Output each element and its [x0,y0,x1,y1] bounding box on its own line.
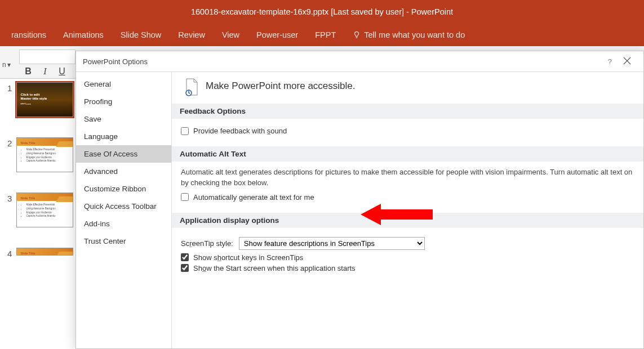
screentip-style-row: ScreenTip style: Show feature descriptio… [181,237,634,250]
nav-proofing[interactable]: Proofing [76,93,171,110]
tab-power-user[interactable]: Power-user [256,30,298,39]
thumb-bullet: Capture Audience Attentio [26,159,55,163]
close-button[interactable] [618,55,637,69]
slide-thumb-3[interactable]: 3 Slide Title Make Effective Presentati … [2,193,73,227]
thumb-bullet: Capture Audience Attentio [26,214,55,218]
accessibility-doc-icon [183,78,200,95]
nav-quick-access-toolbar[interactable]: Quick Access Toolbar [76,198,171,215]
tab-slideshow[interactable]: Slide Show [121,30,162,39]
nav-customize-ribbon[interactable]: Customize Ribbon [76,180,171,198]
chevron-down-icon: ▾ [7,61,11,69]
slide-number: 1 [2,82,12,117]
thumb-bullet: Engage your Audience [26,211,55,215]
dialog-titlebar: PowerPoint Options ? [76,51,643,71]
dialog-body: General Proofing Save Language Ease Of A… [76,71,643,348]
slide-number: 3 [2,193,12,227]
checkbox-input[interactable] [181,127,189,135]
checkbox-label: Provide feedback with sound [193,127,287,135]
nav-save[interactable]: Save [76,110,171,128]
thumbnail[interactable]: Slide Title [16,248,73,256]
section-alt-text-header: Automatic Alt Text [172,146,643,162]
thumb-title: Slide Title [20,196,35,200]
page-heading-text: Make PowerPoint more accessible. [206,80,356,92]
bold-button[interactable]: B [23,66,34,77]
checkbox-shortcut-keys[interactable]: Show shortcut keys in ScreenTips [181,253,634,262]
page-heading: Make PowerPoint more accessible. [172,75,643,104]
options-dialog: PowerPoint Options ? General Proofing Sa… [75,51,644,349]
checkbox-input[interactable] [181,193,189,201]
tab-fppt[interactable]: FPPT [315,30,336,39]
dialog-title: PowerPoint Options [83,57,148,66]
thumb-footer: FPPT.com [20,103,47,106]
tell-me-label: Tell me what you want to do [364,30,465,39]
section-feedback-body: Provide feedback with sound [172,119,643,146]
thumb-title: Slide Title [20,252,35,255]
underline-button[interactable]: U [56,66,68,77]
nav-trust-center[interactable]: Trust Center [76,232,171,250]
thumb-title-line: Click to edit [20,93,47,97]
thumbnail[interactable]: Slide Title Make Effective Presentati Us… [16,137,73,172]
checkbox-start-screen[interactable]: Show the Start screen when this applicat… [181,264,634,272]
checkbox-label: Automatically generate alt text for me [193,193,314,202]
checkbox-feedback-sound[interactable]: Provide feedback with sound [181,127,634,135]
nav-language[interactable]: Language [76,128,171,145]
thumbnail[interactable]: Slide Title Make Effective Presentati Us… [16,193,73,227]
slide-thumbnail-panel: 1 Click to edit Master title style FPPT.… [0,79,75,349]
screentip-style-select[interactable]: Show feature descriptions in ScreenTips [239,237,425,250]
thumb-bullet: Make Effective Presentati [26,203,55,207]
checkbox-label: Show shortcut keys in ScreenTips [193,253,303,262]
thumb-bullets: Make Effective Presentati Using Awesome … [23,148,55,163]
slide-thumb-4[interactable]: 4 Slide Title [2,248,73,258]
thumb-title-line: Master title style [20,97,47,101]
thumb-title: Slide Title [20,141,35,145]
section-alt-text-body: Automatic alt text generates description… [172,162,643,213]
thumb-bullet: Make Effective Presentati [26,148,55,152]
nav-ease-of-access[interactable]: Ease Of Access [76,145,171,163]
window-titlebar: 160018-excavator-template-16x9.pptx [Las… [0,0,644,24]
font-name-box[interactable] [19,50,75,64]
nav-general[interactable]: General [76,75,171,93]
checkbox-input[interactable] [181,253,189,261]
slide-thumb-2[interactable]: 2 Slide Title Make Effective Presentati … [2,137,73,172]
slide-number: 2 [2,137,12,172]
slide-thumb-1[interactable]: 1 Click to edit Master title style FPPT.… [2,82,73,117]
tab-review[interactable]: Review [178,30,205,39]
nav-add-ins[interactable]: Add-ins [76,215,171,232]
checkbox-auto-alt-text[interactable]: Automatically generate alt text for me [181,193,634,202]
tell-me-search[interactable]: Tell me what you want to do [353,30,465,39]
checkbox-label: Show the Start screen when this applicat… [193,264,356,272]
thumb-bullets: Make Effective Presentati Using Awesome … [23,203,55,218]
thumb-bullet: Using Awesome Backgrou [26,152,55,156]
tab-animations[interactable]: Animations [63,30,104,39]
checkbox-input[interactable] [181,264,189,272]
section-feedback-header: Feedback Options [172,104,643,119]
section-dropdown[interactable]: n ▾ [2,61,11,69]
section-app-display-header: Application display options [172,213,643,228]
tab-view[interactable]: View [222,30,239,39]
thumb-bullet: Using Awesome Backgrou [26,207,55,211]
section-app-display-body: ScreenTip style: Show feature descriptio… [172,228,643,284]
ribbon-tabs: ransitions Animations Slide Show Review … [0,24,644,46]
nav-advanced[interactable]: Advanced [76,163,171,180]
tab-transitions[interactable]: ransitions [11,30,46,39]
dialog-nav: General Proofing Save Language Ease Of A… [76,72,172,348]
close-icon [623,57,631,65]
screentip-style-label: ScreenTip style: [181,239,233,248]
lightbulb-icon [353,31,361,39]
italic-button[interactable]: I [39,66,51,77]
thumbnail[interactable]: Click to edit Master title style FPPT.co… [16,82,73,117]
alt-text-description: Automatic alt text generates description… [181,167,634,189]
dialog-main: Make PowerPoint more accessible. Feedbac… [172,72,643,348]
help-button[interactable]: ? [602,55,618,68]
section-dropdown-label: n [2,61,6,69]
window-title: 160018-excavator-template-16x9.pptx [Las… [191,7,453,16]
slide-number: 4 [2,248,12,258]
thumb-bullet: Engage your Audience [26,156,55,160]
